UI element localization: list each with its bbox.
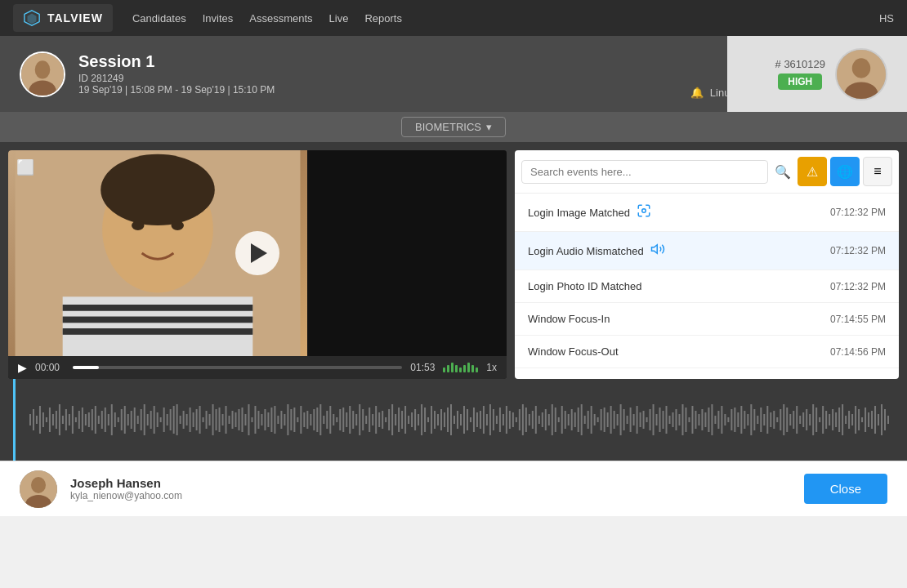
nav-assessments[interactable]: Assessments [249,12,312,24]
waveform-bar [0,379,907,461]
event-item[interactable]: Login Audio Mismatched 07:12:32 PM [515,232,899,270]
progress-bar[interactable] [73,366,402,369]
event-item[interactable]: Login Photo ID Matched 07:12:32 PM [515,270,899,303]
event-time: 07:12:32 PM [830,281,886,292]
svg-rect-26 [52,414,54,425]
event-name: Window Focus-Out [528,345,619,358]
event-audio-label: Login Audio Mismatched [528,245,644,257]
svg-rect-174 [535,406,537,434]
user-initials[interactable]: HS [879,12,894,24]
svg-rect-194 [601,409,602,430]
svg-rect-101 [297,417,298,422]
svg-rect-167 [512,412,514,427]
svg-rect-39 [95,406,96,434]
svg-rect-264 [829,414,830,425]
svg-rect-95 [277,416,279,424]
svg-rect-27 [56,411,57,429]
vol-bar-4 [455,365,458,372]
svg-rect-94 [274,406,275,434]
svg-rect-282 [887,416,889,424]
svg-rect-57 [154,406,155,434]
svg-rect-222 [691,406,693,434]
nav-invites[interactable]: Invites [203,12,234,24]
svg-rect-257 [806,409,807,430]
svg-rect-176 [542,412,543,427]
svg-rect-249 [780,409,781,430]
ctrl-play-icon[interactable]: ▶ [18,361,27,374]
svg-rect-105 [310,414,311,425]
svg-rect-251 [786,408,788,432]
logo-text: TALVIEW [47,11,103,24]
nav-live[interactable]: Live [329,12,349,24]
svg-rect-254 [796,406,798,434]
event-item[interactable]: Window Focus-In 07:14:55 PM [515,303,899,336]
svg-rect-223 [695,411,696,429]
svg-rect-211 [656,414,658,425]
svg-rect-221 [688,417,690,422]
logo[interactable]: TALVIEW [13,4,113,32]
svg-rect-245 [766,406,768,434]
nav-candidates[interactable]: Candidates [132,12,186,24]
play-button[interactable] [235,231,279,275]
svg-rect-274 [861,417,863,422]
svg-rect-121 [362,409,364,430]
event-item[interactable]: Login Image Matched 07:12:32 PM [515,194,899,232]
svg-rect-187 [578,408,579,432]
svg-rect-253 [793,411,794,429]
svg-rect-49 [127,414,129,425]
svg-rect-271 [851,414,853,425]
svg-rect-129 [388,409,390,430]
svg-rect-197 [610,406,612,434]
events-search-bar: 🔍 ⚠ 🌐 ≡ [515,150,899,194]
filter-globe-btn[interactable]: 🌐 [830,157,860,186]
vol-bar-9 [476,368,478,372]
svg-rect-273 [858,409,860,430]
svg-rect-226 [704,412,706,427]
events-search-input[interactable] [521,160,768,184]
session-avatar [20,51,65,97]
talview-logo-icon [23,9,41,27]
svg-rect-81 [232,411,234,429]
event-name: Login Photo ID Matched [528,280,641,292]
svg-rect-64 [176,404,178,435]
waveform-svg[interactable] [13,391,894,448]
svg-rect-20 [33,409,34,430]
svg-rect-177 [545,409,547,430]
svg-rect-89 [257,411,259,429]
svg-rect-142 [431,406,432,434]
biometrics-button[interactable]: BIOMETRICS ▾ [401,117,506,137]
session-right-panel: # 3610129 HIGH [727,36,907,112]
svg-rect-241 [753,409,755,430]
session-date: 19 Sep'19 | 15:08 PM - 19 Sep'19 | 15:10… [78,84,677,96]
svg-rect-77 [219,408,221,432]
event-name: Window Focus-In [528,313,610,325]
svg-rect-96 [280,411,282,429]
close-button[interactable]: Close [804,474,887,504]
svg-rect-260 [815,408,817,432]
svg-rect-248 [776,417,778,422]
svg-rect-73 [206,411,208,429]
nav-reports[interactable]: Reports [364,12,402,24]
biometrics-label: BIOMETRICS [415,121,481,133]
svg-rect-280 [881,404,882,435]
filter-settings-btn[interactable]: ≡ [863,157,892,186]
svg-rect-224 [698,414,699,425]
svg-rect-135 [408,416,409,424]
svg-rect-159 [486,414,488,425]
svg-rect-67 [186,414,188,425]
svg-rect-276 [868,412,869,427]
vol-bar-5 [459,368,462,372]
svg-rect-150 [457,411,458,429]
svg-rect-85 [244,414,246,425]
svg-marker-18 [651,245,657,254]
svg-rect-114 [339,409,341,430]
ctrl-speed[interactable]: 1x [486,362,497,373]
event-item[interactable]: Window Focus-Out 07:14:56 PM [515,336,899,368]
svg-rect-128 [385,417,386,422]
filter-warning-btn[interactable]: ⚠ [798,157,827,186]
video-area[interactable]: ⬜ [8,150,507,356]
svg-rect-229 [714,416,716,424]
svg-rect-19 [29,414,31,425]
svg-rect-165 [506,406,507,434]
svg-rect-84 [241,408,243,432]
